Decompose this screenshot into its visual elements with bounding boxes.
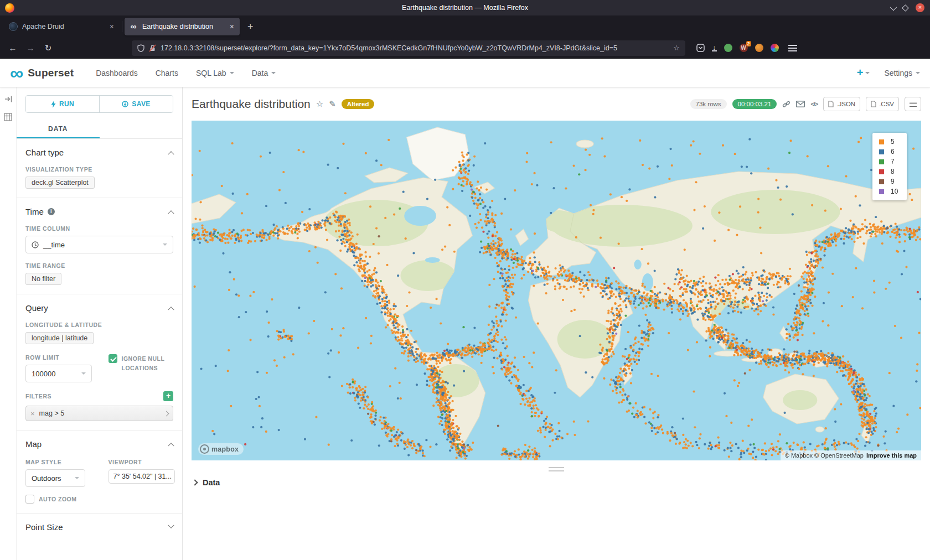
legend-swatch (879, 159, 884, 164)
row-limit-select[interactable]: 100000 (25, 365, 92, 382)
legend-item[interactable]: 6 (879, 148, 899, 155)
section-title-label: Query (25, 303, 48, 313)
wappalyzer-badge: 2 (746, 41, 751, 46)
viz-type-value[interactable]: deck.gl Scatterplot (25, 177, 95, 189)
favorite-star-icon[interactable]: ☆ (316, 99, 323, 109)
altered-badge[interactable]: Altered (342, 99, 375, 109)
tab-separator (122, 21, 122, 32)
lock-insecure-icon[interactable] (149, 44, 156, 52)
superset-brand[interactable]: ∞ Superset (10, 65, 74, 81)
account-icon[interactable] (755, 44, 763, 52)
viewport-label: VIEWPORT (108, 459, 173, 465)
auto-zoom-checkbox[interactable] (25, 495, 34, 504)
nav-item-dashboards[interactable]: Dashboards (96, 69, 138, 77)
window-close-icon[interactable]: × (916, 3, 924, 12)
extension-pinwheel-icon[interactable] (771, 44, 779, 52)
section-header[interactable]: Query (25, 303, 173, 313)
section-header[interactable]: Chart type (25, 148, 173, 157)
ignore-null-checkbox[interactable] (108, 354, 117, 363)
tab-earthquake-distribution[interactable]: ∞ Earthquake distribution × (125, 18, 240, 35)
nav-item-sql-lab[interactable]: SQL Lab (196, 69, 234, 77)
remove-filter-icon[interactable]: × (30, 409, 35, 418)
screen: Earthquake distribution — Mozilla Firefo… (0, 0, 930, 560)
section-map: Map MAP STYLE Outdoors VIEWPORT 7° 35' 5… (17, 431, 182, 514)
tab-close-icon[interactable]: × (108, 22, 115, 31)
edit-icon[interactable]: ✎ (329, 99, 336, 109)
lonlat-label: LONGITUDE & LATITUDE (25, 322, 173, 328)
legend-swatch (879, 169, 884, 174)
tab-label: Earthquake distribution (142, 23, 224, 30)
filter-chip[interactable]: × mag > 5 (25, 406, 173, 421)
chevron-up-icon (168, 210, 174, 216)
shield-icon[interactable] (137, 44, 144, 52)
data-results-panel[interactable]: Data (183, 471, 930, 494)
tab-apache-druid[interactable]: Apache Druid × (4, 18, 120, 35)
explore-control-panel: RUN SAVE DATA Chart type VISUALIZATION T… (17, 87, 183, 560)
viewport-value[interactable]: 7° 35' 54.02" | 31... (108, 469, 175, 484)
window-minimize-icon[interactable] (890, 3, 897, 11)
time-range-value[interactable]: No filter (25, 273, 61, 285)
export-csv-button[interactable]: .CSV (866, 97, 899, 111)
window-titlebar: Earthquake distribution — Mozilla Firefo… (0, 0, 930, 15)
email-icon[interactable] (796, 101, 805, 107)
improve-map-link[interactable]: Improve this map (866, 452, 917, 459)
lonlat-value[interactable]: longitude | latitude (25, 332, 94, 344)
time-column-label: TIME COLUMN (25, 225, 173, 232)
add-filter-button[interactable]: + (163, 391, 173, 401)
earthquake-points-canvas[interactable] (192, 121, 921, 460)
info-icon: i (48, 208, 55, 215)
url-bar[interactable]: 172.18.0.3:32108/superset/explore/?form_… (132, 40, 685, 56)
share-link-icon[interactable] (782, 100, 790, 108)
export-json-button[interactable]: .JSON (823, 97, 860, 111)
wappalyzer-icon[interactable]: W2 (740, 44, 748, 52)
forward-icon[interactable]: → (23, 43, 38, 53)
datasource-grid-icon[interactable] (4, 113, 12, 121)
deckgl-scatter-map[interactable]: 5678910 mapbox © Mapbox © OpenStreetMap … (192, 121, 921, 460)
pocket-icon[interactable] (696, 44, 705, 52)
time-column-select[interactable]: __time (25, 236, 173, 253)
legend-item[interactable]: 9 (879, 178, 899, 185)
download-icon[interactable]: ↓ (712, 44, 717, 51)
bookmark-star-icon[interactable]: ☆ (673, 44, 680, 52)
section-header[interactable]: Map (25, 439, 173, 449)
save-button[interactable]: SAVE (99, 96, 173, 112)
back-icon[interactable]: ← (6, 43, 20, 53)
section-title-label: Time (25, 207, 44, 216)
url-text[interactable]: 172.18.0.3:32108/superset/explore/?form_… (161, 44, 669, 52)
nav-item-data[interactable]: Data (252, 69, 276, 77)
nav-item-charts[interactable]: Charts (156, 69, 178, 77)
new-tab-button[interactable]: + (242, 21, 259, 33)
nav-item-settings[interactable]: Settings (884, 69, 920, 77)
legend-item[interactable]: 8 (879, 168, 899, 175)
run-button[interactable]: RUN (26, 96, 99, 112)
legend-item[interactable]: 5 (879, 138, 899, 146)
resize-handle[interactable] (549, 467, 564, 471)
mapbox-logo-icon (200, 444, 209, 454)
reload-icon[interactable]: ↻ (41, 43, 55, 53)
chevron-right-icon[interactable] (164, 411, 169, 416)
attribution-text[interactable]: © Mapbox © OpenStreetMap (785, 452, 864, 459)
tab-data[interactable]: DATA (17, 121, 100, 138)
section-title-label: Chart type (25, 148, 64, 157)
embed-code-icon[interactable]: </> (810, 101, 818, 107)
left-rail (0, 87, 17, 560)
run-label: RUN (59, 100, 74, 108)
window-maximize-icon[interactable] (902, 4, 909, 12)
legend-item[interactable]: 10 (879, 188, 899, 195)
nav-label: SQL Lab (196, 69, 226, 77)
tab-close-icon[interactable]: × (229, 22, 235, 31)
query-timer-badge: 00:00:03.21 (732, 99, 777, 109)
mapbox-logo[interactable]: mapbox (198, 443, 244, 455)
map-attribution: © Mapbox © OpenStreetMap Improve this ma… (781, 450, 921, 460)
new-chart-button[interactable]: + (857, 66, 870, 79)
extension-green-icon[interactable] (724, 44, 732, 52)
legend-item[interactable]: 7 (879, 158, 899, 165)
section-header[interactable]: Point Size (25, 522, 173, 532)
browser-menu-icon[interactable] (788, 45, 797, 51)
legend-swatch (879, 179, 884, 184)
legend-label: 5 (891, 138, 895, 146)
collapse-panel-icon[interactable] (4, 95, 12, 103)
section-header[interactable]: Timei (25, 207, 173, 216)
chart-menu-button[interactable] (905, 97, 921, 111)
map-style-select[interactable]: Outdoors (25, 469, 85, 487)
